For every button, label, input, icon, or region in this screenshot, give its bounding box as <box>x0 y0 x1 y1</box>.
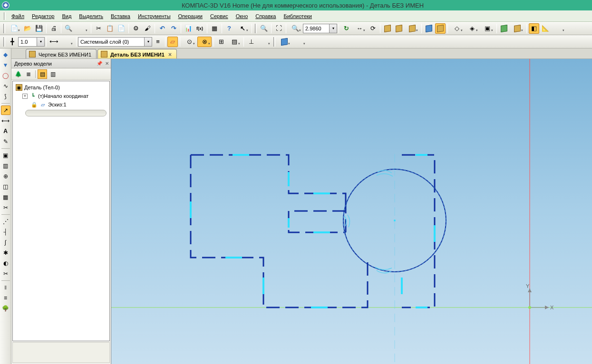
zoom-in-button[interactable] <box>259 23 269 34</box>
zoom-input[interactable] <box>303 24 330 33</box>
front-view-button[interactable] <box>394 23 404 34</box>
section-button[interactable]: ◧ <box>529 23 539 34</box>
refresh-button[interactable] <box>341 23 351 34</box>
toolbar-overflow[interactable] <box>552 23 566 34</box>
zoom-value-dropdown[interactable]: ▾ <box>330 24 337 33</box>
zoom-dropdown[interactable] <box>288 23 302 34</box>
preview-button[interactable] <box>63 23 74 34</box>
iso-view-button[interactable] <box>382 23 393 34</box>
viewport[interactable]: X Y <box>111 59 592 364</box>
tree-mode3-button[interactable]: ▤ <box>38 69 47 79</box>
cut-button[interactable] <box>93 23 104 34</box>
filter1-button[interactable]: ◇ <box>450 23 464 34</box>
tree-rollback-bar[interactable] <box>25 110 107 116</box>
menu-grip[interactable] <box>4 12 6 20</box>
tree-origin[interactable]: + ┗ (т)Начало координат <box>14 92 108 100</box>
lt-geometry-icon[interactable]: ◆ <box>1 50 10 59</box>
lt-insert-icon[interactable]: ⊕ <box>1 172 10 181</box>
filter3-button[interactable]: ▣ <box>480 23 495 34</box>
lt-box-icon[interactable]: ◫ <box>1 182 10 192</box>
pointer-button[interactable] <box>235 23 250 34</box>
lt-tree-icon[interactable]: 🌳 <box>1 304 10 313</box>
snap1-button[interactable]: ⊙ <box>182 37 196 47</box>
menu-tools[interactable]: Инструменты <box>134 12 175 20</box>
lt-point-icon[interactable]: ✱ <box>1 248 10 258</box>
sketch-button[interactable] <box>167 37 178 47</box>
menu-operations[interactable]: Операции <box>175 12 206 20</box>
open-button[interactable] <box>22 23 33 34</box>
grid-button[interactable] <box>209 23 220 34</box>
filter2-button[interactable]: ◈ <box>465 23 479 34</box>
lt-pattern-icon[interactable]: ▦ <box>1 192 10 202</box>
toolbar3-grip[interactable] <box>273 37 275 47</box>
toolbar-grip[interactable] <box>3 24 5 33</box>
tree-mode4-button[interactable]: ▥ <box>48 69 58 79</box>
fx-button[interactable] <box>194 23 205 34</box>
tree-mode2-button[interactable]: ≣ <box>24 69 33 79</box>
undo-button[interactable] <box>157 23 167 34</box>
shade-button[interactable] <box>435 23 446 34</box>
lt-text-icon[interactable]: A <box>1 126 10 136</box>
toolbar2-grip[interactable] <box>3 37 5 47</box>
expand-icon[interactable]: + <box>22 94 28 99</box>
tree-root[interactable]: ◉ Деталь (Тел-0) <box>14 83 108 92</box>
layers-button[interactable] <box>153 37 163 47</box>
pan-button[interactable] <box>352 23 367 34</box>
menu-select[interactable]: Выделить <box>75 12 107 20</box>
tab-drawing[interactable]: Чертеж БЕЗ ИМЕНИ1 <box>26 49 97 58</box>
lt-trim-icon[interactable]: ✂ <box>1 269 10 278</box>
tree-close-icon[interactable]: ✕ <box>103 60 111 67</box>
coord-system-button[interactable] <box>7 37 18 47</box>
layer-input[interactable] <box>78 37 145 47</box>
scale-dropdown[interactable]: ▾ <box>37 37 45 47</box>
tab-part[interactable]: Деталь БЕЗ ИМЕНИ1 × <box>97 49 177 58</box>
lt-aux1-icon[interactable]: ⋰ <box>1 217 10 226</box>
ortho-button[interactable]: ⊞ <box>216 37 226 47</box>
lt-param-icon[interactable]: ≡ <box>1 293 10 303</box>
menu-edit[interactable]: Редактор <box>28 12 58 20</box>
perpendicular-button[interactable] <box>246 37 256 47</box>
tree-body[interactable]: ◉ Деталь (Тел-0) + ┗ (т)Начало координат… <box>12 81 110 341</box>
step-dropdown[interactable] <box>60 37 74 47</box>
toolbar3-overflow[interactable] <box>292 37 307 47</box>
tab-close-button[interactable]: × <box>168 51 172 58</box>
lt-arc-icon[interactable]: ⟆ <box>1 92 10 101</box>
hatch-button[interactable] <box>227 37 242 47</box>
properties-button[interactable] <box>131 23 141 34</box>
format-painter-button[interactable] <box>142 23 153 34</box>
save-button[interactable] <box>34 23 44 34</box>
new-button[interactable] <box>7 23 21 34</box>
step-button[interactable] <box>49 37 59 47</box>
lt-dimension-icon[interactable]: ⟷ <box>1 116 10 125</box>
tree-pin-icon[interactable]: 📌 <box>96 60 103 67</box>
lt-stop-icon[interactable]: ◯ <box>1 71 10 80</box>
print-button[interactable] <box>49 23 59 34</box>
layer-dropdown[interactable]: ▾ <box>145 37 152 47</box>
menu-view[interactable]: Вид <box>58 12 75 20</box>
lt-cut-icon[interactable]: ✂ <box>1 203 10 212</box>
paste-button[interactable] <box>116 23 126 34</box>
shade-wire-button[interactable] <box>424 23 434 34</box>
lt-filter-icon[interactable] <box>1 60 10 70</box>
tree-mode1-button[interactable]: 🌲 <box>13 69 23 79</box>
menu-service[interactable]: Сервис <box>206 12 232 20</box>
toolbar2-overflow[interactable] <box>257 37 272 47</box>
menu-file[interactable]: Файл <box>8 12 28 20</box>
assembly-button[interactable] <box>499 23 509 34</box>
preview-dropdown[interactable] <box>75 23 89 34</box>
variables-button[interactable] <box>183 23 194 34</box>
toolbar-grip-2[interactable] <box>255 24 257 33</box>
copy-button[interactable] <box>105 23 115 34</box>
lt-spline-icon[interactable]: ∫ <box>1 238 10 247</box>
menu-libraries[interactable]: Библиотеки <box>280 12 316 20</box>
measure-button[interactable]: 📐 <box>540 23 551 34</box>
menu-insert[interactable]: Вставка <box>107 12 134 20</box>
lt-constraint-icon[interactable]: ⫴ <box>1 283 10 292</box>
menu-window[interactable]: Окно <box>232 12 252 20</box>
sketch-canvas[interactable]: X Y <box>111 59 592 364</box>
views-dropdown[interactable] <box>405 23 419 34</box>
rotate-view-button[interactable] <box>368 23 378 34</box>
menu-help[interactable]: Справка <box>252 12 280 20</box>
lt-line-icon[interactable]: ↗ <box>1 105 10 115</box>
scale-input[interactable] <box>18 37 37 47</box>
